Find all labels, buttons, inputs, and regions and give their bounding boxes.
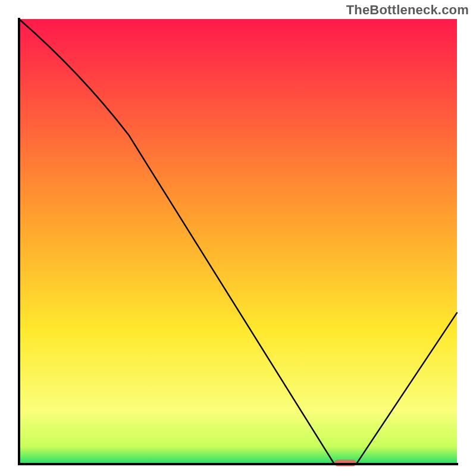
chart-background-gradient bbox=[19, 19, 457, 464]
bottleneck-chart: TheBottleneck.com bbox=[0, 0, 476, 476]
watermark-text: TheBottleneck.com bbox=[346, 2, 469, 18]
chart-svg bbox=[0, 0, 476, 476]
